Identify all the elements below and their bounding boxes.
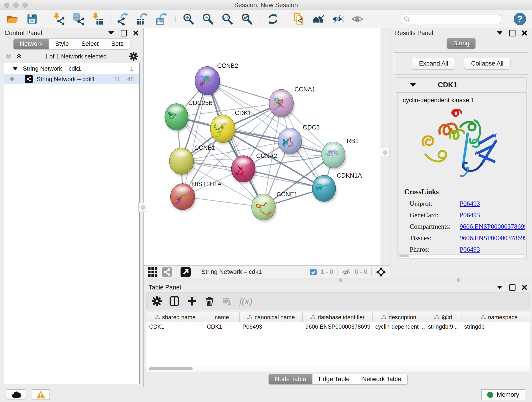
close-window-button[interactable] (4, 2, 9, 8)
export-table-icon[interactable] (136, 12, 149, 26)
export-image-icon[interactable] (156, 12, 169, 26)
tab-network[interactable]: Network (13, 39, 49, 49)
tab-sets[interactable]: Sets (105, 39, 130, 49)
tab-node-table[interactable]: Node Table (269, 374, 312, 384)
node-CDC25B[interactable] (165, 104, 189, 132)
zoom-window-button[interactable] (22, 2, 28, 8)
table-cell[interactable]: CDK1 (146, 322, 204, 331)
node-CDC6[interactable] (278, 128, 303, 156)
node-CCNE1[interactable] (252, 194, 277, 222)
tab-string[interactable]: String (447, 38, 476, 49)
horizontal-splitter[interactable] (144, 278, 532, 282)
zoom-out-icon[interactable] (201, 12, 215, 26)
memory-button[interactable]: Memory (481, 389, 525, 400)
column-header-description[interactable]: description (373, 313, 425, 322)
panel-float-icon[interactable] (509, 30, 515, 36)
crosslink-link[interactable]: P06493 (460, 200, 480, 207)
table-cell[interactable]: stringdb:9... (425, 322, 462, 331)
panel-float-icon[interactable] (509, 284, 515, 291)
birds-eye-view-icon[interactable] (148, 267, 158, 277)
first-neighbors-icon[interactable] (312, 12, 325, 26)
panel-close-icon[interactable] (521, 284, 527, 290)
column-header-shared-name[interactable]: shared name (146, 313, 204, 322)
panel-close-icon[interactable] (133, 30, 139, 36)
crosslink-link[interactable]: 9606.ENSP00000378699 (460, 234, 525, 242)
table-cell[interactable]: 9606.ENSP00000378699 (303, 322, 373, 331)
table-horizontal-scrollbar[interactable] (146, 366, 530, 371)
network-view-canvas[interactable]: CCNB2CCNA1CDC25BCDK1CDC6RB1CCNB1CCNA2CDK… (144, 28, 380, 265)
import-network-database-icon[interactable] (71, 12, 84, 26)
tab-network-table[interactable]: Network Table (356, 374, 408, 384)
refresh-icon[interactable] (266, 12, 279, 26)
column-header--id[interactable]: @id (425, 313, 462, 322)
crosslink-link[interactable]: P06493 (460, 211, 480, 219)
table-row[interactable]: CDK1CDK1P064939606.ENSP00000378699cyclin… (146, 322, 530, 331)
node-CDKN1A[interactable] (312, 175, 337, 203)
column-header-canonical-name[interactable]: canonical name (240, 313, 303, 322)
node-CCNB2[interactable] (195, 66, 221, 96)
save-session-icon[interactable] (25, 12, 39, 26)
tab-edge-table[interactable]: Edge Table (312, 374, 356, 384)
column-header-name[interactable]: name (204, 313, 240, 322)
panel-menu-icon[interactable] (108, 32, 114, 35)
panel-menu-icon[interactable] (497, 286, 502, 289)
table-cell[interactable]: CDK1 (204, 322, 240, 331)
collapse-all-button[interactable]: Collapse All (464, 58, 510, 70)
edge-CCNB2-CCNE1[interactable] (207, 81, 264, 207)
expand-all-networks-icon[interactable] (16, 54, 22, 59)
search-box[interactable] (401, 14, 501, 24)
open-session-icon[interactable] (6, 12, 19, 26)
crosslink-link[interactable]: P06493 (460, 246, 480, 253)
edge-CCNB2-HIST1H1A[interactable] (183, 81, 207, 197)
network-graph[interactable]: CCNB2CCNA1CDC25BCDK1CDC6RB1CCNB1CCNA2CDK… (144, 28, 380, 265)
panel-close-icon[interactable] (521, 30, 527, 36)
left-divider-handle[interactable] (138, 203, 147, 212)
column-header-database-identifier[interactable]: database identifier (303, 313, 373, 322)
zoom-fit-icon[interactable] (221, 12, 234, 26)
node-section-header[interactable]: CDK1 (396, 78, 526, 93)
table-options-gear-icon[interactable] (152, 296, 162, 306)
network-options-gear-icon[interactable] (129, 52, 138, 61)
help-button[interactable]: ? (514, 13, 526, 25)
node-CCNA1[interactable] (269, 89, 295, 119)
import-network-file-icon[interactable] (51, 12, 65, 26)
open-in-new-window-icon[interactable] (181, 267, 191, 277)
zoom-in-icon[interactable] (182, 12, 195, 26)
minimize-window-button[interactable] (13, 2, 19, 8)
network-row[interactable]: String Network – cdk1 11 48 (4, 74, 139, 84)
expand-all-button[interactable]: Expand All (412, 58, 456, 70)
tab-select[interactable]: Select (75, 39, 105, 49)
warnings-button[interactable] (32, 389, 50, 400)
table-cell[interactable]: stringdb (462, 322, 530, 331)
create-column-icon[interactable] (187, 296, 197, 306)
network-collection-row[interactable]: String Network – cdk1 1 (4, 63, 139, 74)
node-CCNB1[interactable] (169, 148, 195, 176)
section-collapse-icon[interactable] (410, 83, 416, 87)
hide-selected-icon[interactable] (331, 12, 345, 26)
node-CCNA2[interactable] (231, 156, 256, 184)
results-scrollbar[interactable] (398, 254, 524, 258)
network-share-view-icon[interactable] (162, 267, 172, 277)
node-CDK1[interactable] (210, 115, 236, 144)
search-input[interactable] (412, 15, 498, 23)
import-table-icon[interactable] (90, 12, 104, 26)
tab-style[interactable]: Style (49, 39, 75, 49)
panel-menu-icon[interactable] (497, 32, 502, 35)
show-columns-icon[interactable] (169, 296, 180, 306)
collapse-all-networks-icon[interactable] (6, 54, 12, 59)
export-network-icon[interactable] (117, 12, 130, 26)
automation-status-button[interactable] (7, 389, 25, 400)
crosslink-link[interactable]: 9606.ENSP00000378699 (460, 223, 525, 230)
fit-content-crosshair-icon[interactable] (376, 267, 386, 277)
panel-float-icon[interactable] (121, 30, 127, 36)
delete-column-icon[interactable] (204, 296, 215, 306)
node-RB1[interactable] (322, 142, 346, 170)
selected-nodes-checkbox[interactable] (310, 269, 317, 275)
zoom-selected-icon[interactable] (240, 12, 253, 26)
collection-expand-icon[interactable] (12, 67, 18, 70)
right-divider-handle[interactable] (381, 148, 389, 157)
table-cell[interactable]: cyclin-dependent ... (373, 322, 425, 331)
table-cell[interactable]: P06493 (240, 322, 303, 331)
duplicate-network-icon[interactable] (292, 12, 306, 26)
column-header-namespace[interactable]: namespace (462, 313, 530, 322)
